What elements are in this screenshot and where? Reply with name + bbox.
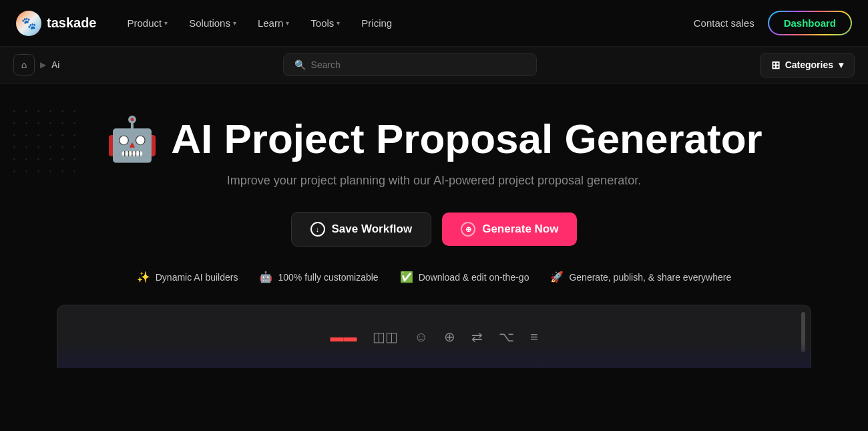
check-icon: ✅ [400,271,413,283]
toolbar-icon-tree[interactable]: ⌥ [499,329,514,345]
generate-now-button[interactable]: ⊕ Generate Now [442,212,577,246]
nav-product[interactable]: Product ▾ [118,12,178,34]
search-input[interactable] [311,59,525,70]
dot-grid-decoration [13,110,81,178]
breadcrumb-label: Ai [51,59,59,70]
robot-emoji: 🤖 [105,118,159,160]
nav-tools[interactable]: Tools ▾ [301,12,349,34]
chevron-down-icon: ▾ [233,19,236,27]
chevron-down-icon: ▾ [839,59,843,70]
hero-title: AI Project Proposal Generator [171,117,762,160]
feature-label: Dynamic AI builders [156,272,238,283]
scrollbar-thumb[interactable] [801,312,805,352]
chevron-down-icon: ▾ [286,19,289,27]
home-icon: ⌂ [21,59,27,70]
breadcrumb-arrow: ▶ [40,60,46,69]
robot-icon: 🤖 [259,271,272,283]
logo-icon: 🐾 [16,11,41,36]
feature-label: 100% fully customizable [278,272,378,283]
feature-customizable: 🤖 100% fully customizable [259,271,378,283]
toolbar-icon-emoji[interactable]: ☺ [414,329,427,345]
nav-items: Product ▾ Solutions ▾ Learn ▾ Tools ▾ Pr… [118,12,694,34]
feature-publish: 🚀 Generate, publish, & share everywhere [550,271,731,283]
nav-solutions[interactable]: Solutions ▾ [180,12,246,34]
toolbar-icon-share[interactable]: ⇄ [471,329,483,345]
breadcrumb-home-button[interactable]: ⌂ [13,54,35,76]
dashboard-button[interactable]: Dashboard [768,11,852,35]
cta-row: ↓ Save Workflow ⊕ Generate Now [291,212,578,247]
search-icon: 🔍 [294,59,306,70]
hero-title-row: 🤖 AI Project Proposal Generator [105,117,762,160]
feature-dynamic-ai: ✨ Dynamic AI builders [137,271,238,283]
logo-text: taskade [47,15,97,31]
main-content: 🤖 AI Project Proposal Generator Improve … [0,84,868,388]
contact-sales-link[interactable]: Contact sales [694,17,754,29]
grid-icon: ⊞ [771,59,780,71]
toolbar-icon-columns[interactable]: ◫◫ [373,329,398,345]
hero-subtitle: Improve your project planning with our A… [227,174,641,188]
chevron-down-icon: ▾ [164,19,168,27]
features-row: ✨ Dynamic AI builders 🤖 100% fully custo… [137,271,732,283]
chevron-down-icon: ▾ [337,19,340,27]
categories-button[interactable]: ⊞ Categories ▾ [760,53,855,78]
feature-label: Download & edit on-the-go [419,272,529,283]
search-bar[interactable]: 🔍 [283,53,537,76]
rocket-icon: 🚀 [550,271,564,283]
nav-pricing[interactable]: Pricing [352,12,401,34]
sparkles-icon: ✨ [137,271,150,283]
feature-download: ✅ Download & edit on-the-go [400,271,529,283]
toolbar-icon-globe[interactable]: ⊕ [444,329,455,345]
logo[interactable]: 🐾 taskade [16,11,97,36]
save-icon: ↓ [310,222,325,237]
toolbar-icon-layers[interactable]: ▬▬ [330,329,357,345]
bottom-preview: ▬▬ ◫◫ ☺ ⊕ ⇄ ⌥ ≡ [57,305,811,368]
navbar: 🐾 taskade Product ▾ Solutions ▾ Learn ▾ … [0,0,868,47]
save-workflow-button[interactable]: ↓ Save Workflow [291,212,432,247]
nav-learn[interactable]: Learn ▾ [248,12,298,34]
nav-right: Contact sales Dashboard [694,11,852,35]
toolbar-icon-menu[interactable]: ≡ [530,329,538,345]
feature-label: Generate, publish, & share everywhere [569,272,731,283]
breadcrumb-bar: ⌂ ▶ Ai 🔍 ⊞ Categories ▾ [0,47,868,84]
breadcrumb: ⌂ ▶ Ai [13,54,59,76]
generate-icon: ⊕ [461,222,475,237]
